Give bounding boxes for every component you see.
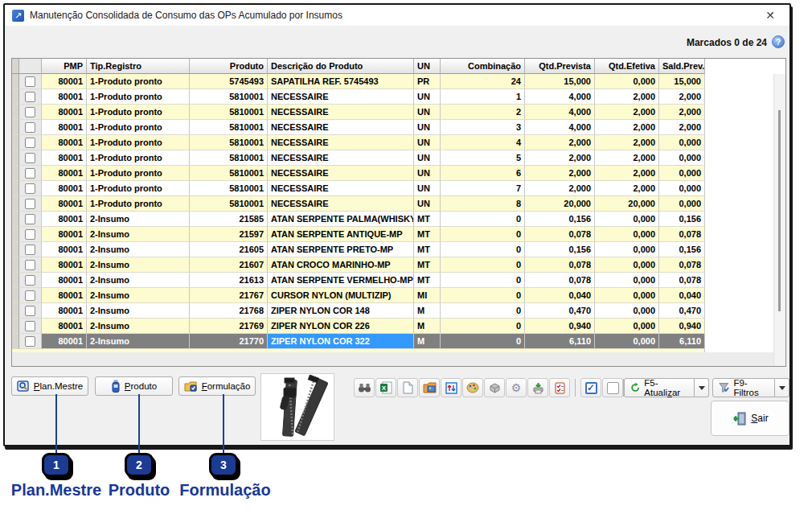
cell-saldo[interactable]: 6,110 [659, 334, 705, 349]
cell-un[interactable]: UN [414, 89, 441, 105]
row-check-cell[interactable] [19, 74, 42, 89]
refresh-dropdown-arrow[interactable] [695, 378, 709, 397]
gear-icon[interactable]: ⚙ [506, 378, 527, 397]
cell-pmp[interactable]: 80001 [42, 303, 87, 319]
cell-efetiva[interactable]: 0,000 [595, 212, 659, 227]
cell-prevista[interactable]: 0,078 [525, 257, 595, 273]
scrollbar-thumb[interactable] [778, 110, 781, 311]
cell-efetiva[interactable]: 0,000 [595, 242, 659, 257]
row-check-cell[interactable] [19, 89, 42, 105]
cell-tipo[interactable]: 1-Produto pronto [87, 105, 190, 120]
cell-efetiva[interactable]: 0,000 [595, 319, 659, 334]
row-check-cell[interactable] [19, 105, 42, 120]
table-row[interactable]: 800012-Insumo21767CURSOR NYLON (MULTIZIP… [12, 288, 785, 303]
cell-tipo[interactable]: 2-Insumo [87, 319, 190, 334]
cell-prevista[interactable]: 0,156 [525, 212, 595, 227]
cell-combinacao[interactable]: 0 [441, 288, 525, 303]
formulacao-button[interactable]: Formulação [178, 376, 256, 396]
cell-combinacao[interactable]: 6 [441, 166, 525, 181]
cell-saldo[interactable]: 0,156 [659, 212, 705, 227]
row-check-cell[interactable] [19, 120, 42, 135]
cell-produto[interactable]: 21613 [190, 273, 268, 288]
row-checkbox[interactable] [25, 92, 35, 102]
cell-efetiva[interactable]: 2,000 [595, 135, 659, 150]
cell-descricao[interactable]: ZIPER NYLON COR 226 [268, 319, 414, 334]
cell-pmp[interactable]: 80001 [42, 334, 87, 349]
cell-prevista[interactable]: 15,000 [525, 74, 595, 89]
row-check-cell[interactable] [19, 303, 42, 319]
cell-un[interactable]: UN [414, 196, 441, 212]
cell-pmp[interactable]: 80001 [42, 74, 87, 89]
cell-saldo[interactable]: 15,000 [659, 74, 705, 89]
f5-atualizar-button[interactable]: F5-Atualizar [624, 378, 695, 397]
cell-prevista[interactable]: 0,040 [525, 288, 595, 303]
cell-tipo[interactable]: 2-Insumo [87, 242, 190, 257]
cell-tipo[interactable]: 1-Produto pronto [87, 74, 190, 89]
table-row[interactable]: 800012-Insumo21770ZIPER NYLON COR 322M06… [12, 334, 785, 349]
cell-prevista[interactable]: 4,000 [525, 105, 595, 120]
header-saldo[interactable]: Sald.Prev. [659, 59, 705, 74]
cell-combinacao[interactable]: 0 [441, 319, 525, 334]
cell-descricao[interactable]: CURSOR NYLON (MULTIZIP) [268, 288, 414, 303]
row-checkbox[interactable] [25, 214, 35, 224]
row-check-cell[interactable] [19, 273, 42, 288]
row-check-cell[interactable] [19, 227, 42, 242]
cell-efetiva[interactable]: 0,000 [595, 273, 659, 288]
cell-pmp[interactable]: 80001 [42, 120, 87, 135]
row-check-cell[interactable] [19, 166, 42, 181]
table-row[interactable]: 800012-Insumo21607ATAN CROCO MARINHO-MPM… [12, 257, 785, 273]
row-check-cell[interactable] [19, 334, 42, 349]
row-check-cell[interactable] [19, 319, 42, 334]
cell-prevista[interactable]: 2,000 [525, 166, 595, 181]
help-icon[interactable]: ? [772, 35, 785, 48]
table-row[interactable]: 800011-Produto pronto5810001NECESSAIREUN… [12, 105, 785, 120]
cell-efetiva[interactable]: 20,000 [595, 196, 659, 212]
cell-pmp[interactable]: 80001 [42, 196, 87, 212]
cell-produto[interactable]: 21585 [190, 212, 268, 227]
row-checkbox[interactable] [25, 321, 35, 331]
cell-pmp[interactable]: 80001 [42, 273, 87, 288]
cell-produto[interactable]: 5745493 [190, 74, 268, 89]
cell-saldo[interactable]: 0,000 [659, 135, 705, 150]
cell-efetiva[interactable]: 0,000 [595, 334, 659, 349]
row-checkbox[interactable] [25, 275, 35, 286]
cell-produto[interactable]: 21767 [190, 288, 268, 303]
row-check-cell[interactable] [19, 181, 42, 196]
row-check-cell[interactable] [19, 196, 42, 212]
cell-pmp[interactable]: 80001 [42, 227, 87, 242]
cell-tipo[interactable]: 1-Produto pronto [87, 196, 190, 212]
cell-descricao[interactable]: NECESSAIRE [268, 196, 414, 212]
cell-prevista[interactable]: 0,078 [525, 227, 595, 242]
cell-prevista[interactable]: 4,000 [525, 120, 595, 135]
cell-produto[interactable]: 21769 [190, 319, 268, 334]
row-checkbox[interactable] [25, 245, 35, 255]
checklist-icon[interactable] [549, 378, 570, 397]
table-row[interactable]: 800012-Insumo21605ATAN SERPENTE PRETO-MP… [12, 242, 785, 257]
cell-combinacao[interactable]: 0 [441, 257, 525, 273]
cell-combinacao[interactable]: 7 [441, 181, 525, 196]
close-icon[interactable]: ✕ [762, 9, 778, 22]
cell-prevista[interactable]: 2,000 [525, 181, 595, 196]
cell-saldo[interactable]: 0,040 [659, 288, 705, 303]
cell-combinacao[interactable]: 5 [441, 150, 525, 166]
cell-descricao[interactable]: NECESSAIRE [268, 150, 414, 166]
cell-descricao[interactable]: ATAN SERPENTE PALMA(WHISKY)-MP [268, 212, 414, 227]
cell-descricao[interactable]: ATAN SERPENTE ANTIQUE-MP [268, 227, 414, 242]
cell-tipo[interactable]: 2-Insumo [87, 288, 190, 303]
excel-export-icon[interactable]: X [375, 378, 396, 397]
cell-un[interactable]: M [414, 319, 441, 334]
cell-efetiva[interactable]: 2,000 [595, 150, 659, 166]
cell-descricao[interactable]: NECESSAIRE [268, 181, 414, 196]
header-tipo[interactable]: Tip.Registro [87, 59, 190, 74]
row-checkbox[interactable] [25, 122, 35, 133]
cell-combinacao[interactable]: 8 [441, 196, 525, 212]
cell-un[interactable]: UN [414, 120, 441, 135]
cell-saldo[interactable]: 0,156 [659, 242, 705, 257]
table-row[interactable]: 800012-Insumo21768ZIPER NYLON COR 148M00… [12, 303, 785, 319]
cell-pmp[interactable]: 80001 [42, 288, 87, 303]
row-checkbox[interactable] [25, 260, 35, 270]
cell-tipo[interactable]: 1-Produto pronto [87, 181, 190, 196]
cell-un[interactable]: MT [414, 257, 441, 273]
cell-tipo[interactable]: 2-Insumo [87, 212, 190, 227]
cell-un[interactable]: MT [414, 212, 441, 227]
